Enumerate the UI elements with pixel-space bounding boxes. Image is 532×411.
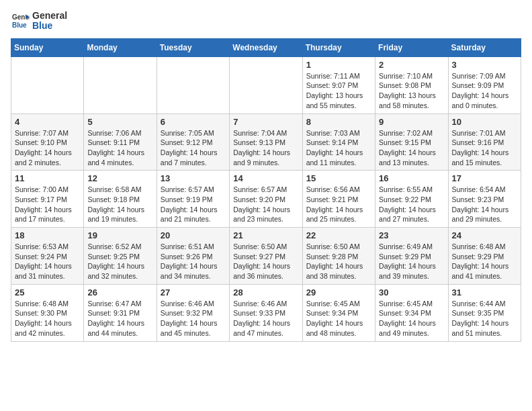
day-detail: Sunrise: 6:55 AMSunset: 9:22 PMDaylight:… [379, 185, 444, 224]
day-number: 6 [161, 117, 226, 127]
day-cell: 24Sunrise: 6:48 AMSunset: 9:29 PMDayligh… [448, 228, 521, 285]
day-detail: Sunrise: 6:52 AMSunset: 9:25 PMDaylight:… [87, 242, 152, 281]
day-cell: 23Sunrise: 6:49 AMSunset: 9:29 PMDayligh… [375, 228, 448, 285]
day-number: 14 [233, 173, 298, 183]
week-row-1: 1Sunrise: 7:11 AMSunset: 9:07 PMDaylight… [11, 56, 521, 113]
day-detail: Sunrise: 6:46 AMSunset: 9:33 PMDaylight:… [233, 299, 298, 338]
day-cell [230, 56, 302, 113]
day-number: 20 [161, 230, 226, 240]
day-number: 15 [306, 173, 371, 183]
day-cell: 11Sunrise: 7:00 AMSunset: 9:17 PMDayligh… [11, 171, 84, 228]
day-number: 18 [15, 230, 80, 240]
day-detail: Sunrise: 7:10 AMSunset: 9:08 PMDaylight:… [379, 71, 444, 111]
day-cell [157, 56, 229, 113]
weekday-header-friday: Friday [375, 38, 448, 56]
day-cell: 30Sunrise: 6:45 AMSunset: 9:34 PMDayligh… [375, 284, 448, 341]
week-row-3: 11Sunrise: 7:00 AMSunset: 9:17 PMDayligh… [11, 171, 521, 228]
day-cell: 19Sunrise: 6:52 AMSunset: 9:25 PMDayligh… [84, 228, 157, 285]
day-detail: Sunrise: 7:03 AMSunset: 9:14 PMDaylight:… [306, 128, 371, 168]
logo-icon: General Blue [11, 11, 30, 30]
day-detail: Sunrise: 6:51 AMSunset: 9:26 PMDaylight:… [161, 242, 226, 281]
day-number: 9 [379, 117, 444, 127]
day-number: 3 [452, 60, 517, 70]
day-number: 25 [15, 287, 80, 298]
day-cell: 20Sunrise: 6:51 AMSunset: 9:26 PMDayligh… [157, 228, 229, 285]
day-detail: Sunrise: 6:45 AMSunset: 9:34 PMDaylight:… [379, 299, 444, 338]
day-detail: Sunrise: 7:05 AMSunset: 9:12 PMDaylight:… [161, 128, 226, 168]
day-number: 31 [452, 287, 517, 298]
day-cell [84, 56, 157, 113]
day-detail: Sunrise: 6:48 AMSunset: 9:30 PMDaylight:… [15, 299, 80, 338]
day-number: 12 [87, 173, 152, 183]
day-cell: 6Sunrise: 7:05 AMSunset: 9:12 PMDaylight… [157, 113, 229, 171]
day-detail: Sunrise: 6:49 AMSunset: 9:29 PMDaylight:… [379, 242, 444, 281]
day-cell: 17Sunrise: 6:54 AMSunset: 9:23 PMDayligh… [448, 171, 521, 228]
day-number: 29 [306, 287, 371, 298]
logo: General Blue General Blue [11, 11, 67, 32]
weekday-header-saturday: Saturday [448, 38, 521, 56]
day-detail: Sunrise: 7:11 AMSunset: 9:07 PMDaylight:… [306, 71, 371, 111]
calendar-table: SundayMondayTuesdayWednesdayThursdayFrid… [11, 38, 521, 342]
day-cell: 25Sunrise: 6:48 AMSunset: 9:30 PMDayligh… [11, 284, 84, 341]
day-number: 10 [452, 117, 517, 127]
day-detail: Sunrise: 6:46 AMSunset: 9:32 PMDaylight:… [161, 299, 226, 338]
day-cell: 29Sunrise: 6:45 AMSunset: 9:34 PMDayligh… [302, 284, 375, 341]
day-number: 2 [379, 60, 444, 70]
day-number: 23 [379, 230, 444, 240]
day-detail: Sunrise: 6:57 AMSunset: 9:20 PMDaylight:… [233, 185, 298, 224]
day-detail: Sunrise: 7:01 AMSunset: 9:16 PMDaylight:… [452, 128, 517, 168]
day-number: 17 [452, 173, 517, 183]
day-detail: Sunrise: 6:58 AMSunset: 9:18 PMDaylight:… [87, 185, 152, 224]
weekday-header-monday: Monday [84, 38, 157, 56]
day-number: 21 [233, 230, 298, 240]
day-cell: 7Sunrise: 7:04 AMSunset: 9:13 PMDaylight… [230, 113, 302, 171]
day-detail: Sunrise: 6:57 AMSunset: 9:19 PMDaylight:… [161, 185, 226, 224]
weekday-header-tuesday: Tuesday [157, 38, 229, 56]
day-number: 22 [306, 230, 371, 240]
logo-blue: Blue [32, 21, 67, 31]
day-detail: Sunrise: 7:09 AMSunset: 9:09 PMDaylight:… [452, 71, 517, 111]
day-cell: 10Sunrise: 7:01 AMSunset: 9:16 PMDayligh… [448, 113, 521, 171]
weekday-header-thursday: Thursday [302, 38, 375, 56]
day-number: 28 [233, 287, 298, 298]
day-number: 11 [15, 173, 80, 183]
day-cell: 15Sunrise: 6:56 AMSunset: 9:21 PMDayligh… [302, 171, 375, 228]
day-number: 7 [233, 117, 298, 127]
day-detail: Sunrise: 6:47 AMSunset: 9:31 PMDaylight:… [87, 299, 152, 338]
day-number: 24 [452, 230, 517, 240]
day-cell: 2Sunrise: 7:10 AMSunset: 9:08 PMDaylight… [375, 56, 448, 113]
day-cell: 22Sunrise: 6:50 AMSunset: 9:28 PMDayligh… [302, 228, 375, 285]
day-detail: Sunrise: 6:44 AMSunset: 9:35 PMDaylight:… [452, 299, 517, 338]
day-detail: Sunrise: 7:04 AMSunset: 9:13 PMDaylight:… [233, 128, 298, 168]
day-cell: 14Sunrise: 6:57 AMSunset: 9:20 PMDayligh… [230, 171, 302, 228]
day-cell: 3Sunrise: 7:09 AMSunset: 9:09 PMDaylight… [448, 56, 521, 113]
day-detail: Sunrise: 7:06 AMSunset: 9:11 PMDaylight:… [87, 128, 152, 168]
day-number: 5 [87, 117, 152, 127]
svg-text:Blue: Blue [12, 21, 27, 29]
day-number: 27 [161, 287, 226, 298]
weekday-header-sunday: Sunday [11, 38, 84, 56]
day-cell: 27Sunrise: 6:46 AMSunset: 9:32 PMDayligh… [157, 284, 229, 341]
day-number: 4 [15, 117, 80, 127]
day-detail: Sunrise: 6:48 AMSunset: 9:29 PMDaylight:… [452, 242, 517, 281]
day-detail: Sunrise: 6:56 AMSunset: 9:21 PMDaylight:… [306, 185, 371, 224]
day-detail: Sunrise: 7:07 AMSunset: 9:10 PMDaylight:… [15, 128, 80, 168]
logo-general: General [32, 11, 67, 21]
day-detail: Sunrise: 6:53 AMSunset: 9:24 PMDaylight:… [15, 242, 80, 281]
day-cell [11, 56, 84, 113]
day-cell: 31Sunrise: 6:44 AMSunset: 9:35 PMDayligh… [448, 284, 521, 341]
day-detail: Sunrise: 6:45 AMSunset: 9:34 PMDaylight:… [306, 299, 371, 338]
day-detail: Sunrise: 6:54 AMSunset: 9:23 PMDaylight:… [452, 185, 517, 224]
day-cell: 28Sunrise: 6:46 AMSunset: 9:33 PMDayligh… [230, 284, 302, 341]
day-number: 30 [379, 287, 444, 298]
week-row-4: 18Sunrise: 6:53 AMSunset: 9:24 PMDayligh… [11, 228, 521, 285]
day-cell: 18Sunrise: 6:53 AMSunset: 9:24 PMDayligh… [11, 228, 84, 285]
day-number: 19 [87, 230, 152, 240]
day-number: 1 [306, 60, 371, 70]
day-cell: 4Sunrise: 7:07 AMSunset: 9:10 PMDaylight… [11, 113, 84, 171]
page-header: General Blue General Blue [11, 11, 521, 32]
day-number: 13 [161, 173, 226, 183]
day-number: 16 [379, 173, 444, 183]
day-cell: 13Sunrise: 6:57 AMSunset: 9:19 PMDayligh… [157, 171, 229, 228]
day-detail: Sunrise: 6:50 AMSunset: 9:28 PMDaylight:… [306, 242, 371, 281]
